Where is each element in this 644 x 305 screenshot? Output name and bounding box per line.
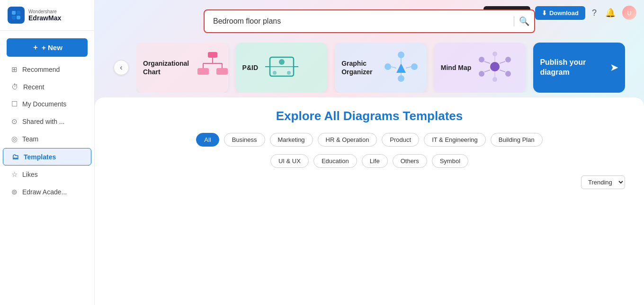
svg-point-33 — [492, 77, 497, 82]
send-icon: ➤ — [610, 61, 618, 74]
logo-text: Wondershare EdrawMax — [28, 9, 61, 22]
explore-title-static: Explore — [276, 109, 324, 123]
svg-point-31 — [505, 71, 511, 77]
main-content: 🏷 Upgrade ⬇ Download ? 🔔 U 🔍 All Collec — [95, 0, 644, 305]
svg-rect-0 — [12, 11, 16, 15]
explore-title: Explore All Diagrams Templates — [114, 109, 625, 123]
svg-point-13 — [279, 59, 285, 65]
sort-row: Trending Newest Popular — [114, 175, 625, 189]
search-divider — [514, 16, 514, 26]
mind-map-graphic — [476, 50, 514, 85]
filter-tag-others[interactable]: Others — [393, 154, 427, 168]
filter-tag-all[interactable]: All — [196, 133, 219, 147]
sidebar-item-edraw-academy[interactable]: ⊚ Edraw Acade... — [3, 183, 91, 200]
svg-line-24 — [406, 67, 411, 68]
svg-line-35 — [484, 70, 490, 72]
sidebar-item-team[interactable]: ◎ Team — [3, 131, 91, 148]
team-icon: ◎ — [11, 135, 18, 143]
filter-tag-marketing[interactable]: Marketing — [270, 133, 313, 147]
header-area: 🔍 — [95, 0, 644, 38]
academy-icon: ⊚ — [11, 188, 18, 196]
filter-tag-business[interactable]: Business — [224, 133, 265, 147]
plus-icon: ＋ — [32, 43, 39, 52]
filter-tag-ui-ux[interactable]: UI & UX — [270, 154, 309, 168]
recommend-icon: ⊞ — [11, 65, 18, 74]
filter-tag-life[interactable]: Life — [362, 154, 388, 168]
documents-icon: ☐ — [11, 100, 18, 108]
svg-line-36 — [500, 61, 505, 63]
svg-rect-9 — [197, 68, 209, 75]
new-button-label: + New — [42, 44, 63, 52]
recent-icon: ⏱ — [11, 83, 18, 91]
sidebar-item-shared[interactable]: ⊙ Shared with ... — [3, 113, 91, 130]
bottom-section: Explore All Diagrams Templates All Busin… — [95, 97, 644, 305]
sidebar: Wondershare EdrawMax ＋ + New ⊞ Recommend… — [0, 0, 95, 305]
publish-label: Publish your diagram — [540, 58, 602, 78]
svg-rect-4 — [208, 52, 217, 58]
svg-point-20 — [411, 63, 418, 70]
search-button[interactable]: 🔍 — [519, 16, 529, 26]
sidebar-item-label: Recommend — [22, 66, 60, 73]
graphic-organizer-graphic — [382, 50, 420, 85]
filter-tag-symbol[interactable]: Symbol — [432, 154, 468, 168]
new-button[interactable]: ＋ + New — [7, 38, 88, 57]
sidebar-item-label: Team — [22, 135, 38, 143]
likes-icon: ☆ — [11, 170, 18, 179]
svg-marker-18 — [396, 63, 406, 73]
carousel-section: All Collections › ‹ Organizational Chart — [95, 38, 644, 97]
filter-tag-it-engineering[interactable]: IT & Engineering — [424, 133, 486, 147]
sidebar-item-label: My Documents — [22, 100, 66, 108]
logo-brand: Wondershare — [28, 9, 61, 14]
pid-label: P&ID — [242, 63, 258, 72]
filter-tags-row2: UI & UX Education Life Others Symbol — [114, 154, 625, 168]
sidebar-item-recent[interactable]: ⏱ Recent — [3, 78, 91, 95]
svg-point-32 — [492, 52, 497, 56]
svg-point-30 — [505, 57, 511, 62]
sidebar-item-likes[interactable]: ☆ Likes — [3, 166, 91, 183]
carousel-card-pid[interactable]: P&ID — [236, 43, 328, 93]
carousel-card-graphic-organizer[interactable]: Graphic Organizer — [335, 43, 427, 93]
sort-select[interactable]: Trending Newest Popular — [581, 175, 625, 189]
search-wrapper: 🔍 — [204, 9, 535, 33]
pid-graphic — [263, 50, 301, 85]
svg-line-34 — [484, 61, 490, 63]
search-icon: 🔍 — [519, 17, 529, 26]
graphic-organizer-label: Graphic Organizer — [341, 59, 377, 76]
shared-icon: ⊙ — [11, 117, 18, 126]
org-chart-graphic — [194, 50, 232, 85]
svg-point-22 — [398, 75, 404, 82]
sidebar-nav: ⊞ Recommend ⏱ Recent ☐ My Documents ⊙ Sh… — [0, 61, 94, 201]
svg-point-21 — [398, 52, 404, 58]
explore-title-highlight: All Diagrams Templates — [324, 109, 463, 123]
filter-tag-education[interactable]: Education — [313, 154, 357, 168]
svg-line-37 — [500, 70, 505, 72]
logo-icon — [8, 7, 25, 24]
svg-point-29 — [479, 71, 484, 77]
filter-tag-hr-operation[interactable]: HR & Operation — [318, 133, 377, 147]
mind-map-label: Mind Map — [441, 63, 472, 72]
svg-point-27 — [490, 62, 500, 71]
org-chart-label: Organizational Chart — [143, 59, 189, 76]
sidebar-item-templates[interactable]: 🗂 Templates — [3, 148, 91, 166]
sidebar-item-label: Shared with ... — [22, 118, 65, 125]
svg-line-23 — [391, 67, 396, 68]
filter-tag-building-plan[interactable]: Building Plan — [491, 133, 543, 147]
carousel-card-publish[interactable]: Publish your diagram ➤ — [533, 43, 625, 93]
logo-area: Wondershare EdrawMax — [0, 0, 94, 31]
svg-point-15 — [287, 71, 291, 75]
search-input[interactable] — [204, 9, 535, 33]
templates-icon: 🗂 — [12, 153, 19, 161]
filter-tags: All Business Marketing HR & Operation Pr… — [114, 133, 625, 147]
carousel-prev-button[interactable]: ‹ — [114, 60, 129, 75]
svg-point-28 — [479, 57, 484, 62]
svg-rect-3 — [17, 16, 20, 19]
carousel-card-org-chart[interactable]: Organizational Chart — [136, 43, 228, 93]
svg-rect-2 — [12, 16, 16, 19]
sidebar-item-label: Templates — [24, 153, 56, 161]
sidebar-item-my-documents[interactable]: ☐ My Documents — [3, 96, 91, 113]
carousel-area: ‹ Organizational Chart — [95, 38, 644, 97]
carousel-card-mind-map[interactable]: Mind Map — [434, 43, 526, 93]
sidebar-item-label: Edraw Acade... — [22, 188, 67, 196]
filter-tag-product[interactable]: Product — [382, 133, 419, 147]
sidebar-item-recommend[interactable]: ⊞ Recommend — [3, 61, 91, 78]
